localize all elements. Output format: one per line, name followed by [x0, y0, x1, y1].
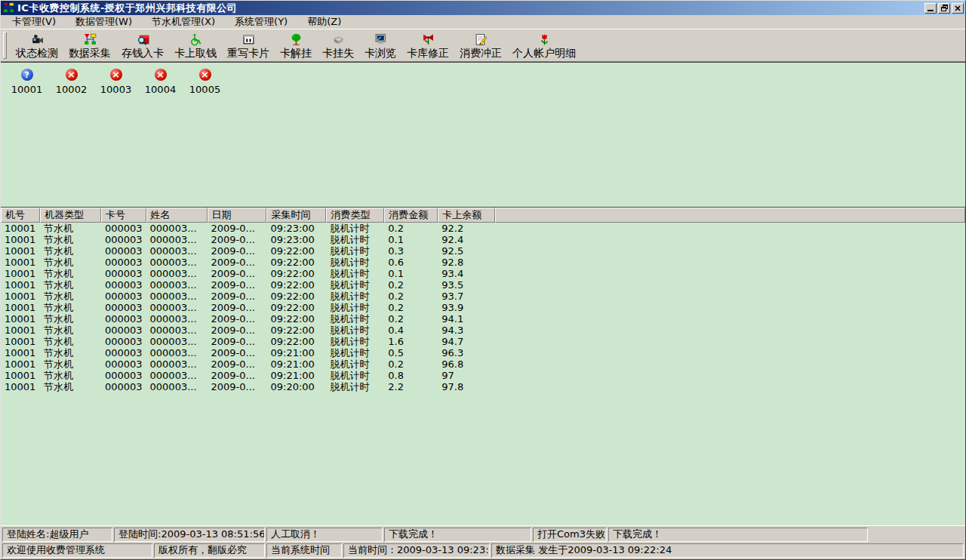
- cell-name: 000003...: [146, 358, 208, 370]
- table-row[interactable]: 10001 节水机 000003 000003... 2009-0... 09:…: [1, 268, 965, 279]
- unfreeze-card-button[interactable]: 卡解挂: [275, 30, 317, 60]
- cell-date: 2009-0...: [208, 347, 267, 358]
- table-row[interactable]: 10001 节水机 000003 000003... 2009-0... 09:…: [1, 234, 965, 245]
- cell-machine-no: 10001: [1, 257, 40, 268]
- deposit-button[interactable]: 存钱入卡: [116, 30, 169, 60]
- menu-item[interactable]: 节水机管理(X): [146, 14, 220, 29]
- fix-card-db-button[interactable]: 卡库修正: [401, 30, 454, 60]
- cell-machine-no: 10001: [1, 234, 40, 245]
- cell-date: 2009-0...: [208, 313, 267, 325]
- cell-card-no: 000003: [101, 347, 146, 358]
- column-header[interactable]: 机器类型: [40, 208, 101, 223]
- restore-icon: [941, 5, 948, 11]
- device-item[interactable]: 10003: [94, 69, 138, 95]
- device-status-icon: [110, 69, 122, 81]
- status-systime-label: 当前系统时间: [266, 543, 342, 558]
- restore-button[interactable]: [938, 3, 950, 14]
- table-row[interactable]: 10001 节水机 000003 000003... 2009-0... 09:…: [1, 325, 965, 336]
- cell-filler: [495, 223, 965, 234]
- status-com-open-fail: 打开Com3失败！: [533, 528, 607, 542]
- column-header[interactable]: 姓名: [146, 208, 208, 223]
- device-status-icon: [199, 69, 211, 81]
- cell-consume-amount: 0.5: [384, 347, 438, 358]
- menu-item[interactable]: 系统管理(Y): [229, 14, 293, 29]
- cell-card-no: 000003: [101, 279, 146, 291]
- menu-item[interactable]: 帮助(Z): [302, 14, 346, 29]
- table-row[interactable]: 10001 节水机 000003 000003... 2009-0... 09:…: [1, 381, 965, 392]
- rewrite-card-button[interactable]: 重写卡片: [222, 30, 275, 60]
- cell-machine-no: 10001: [1, 291, 40, 302]
- cell-name: 000003...: [146, 234, 208, 245]
- column-header[interactable]: 卡上余额: [438, 208, 495, 223]
- table-row[interactable]: 10001 节水机 000003 000003... 2009-0... 09:…: [1, 291, 965, 302]
- cell-collect-time: 09:22:00: [266, 268, 326, 279]
- window-title: IC卡收费控制系统-授权于郑州兴邦科技有限公司: [17, 2, 923, 15]
- column-header[interactable]: 消费类型: [326, 208, 384, 223]
- cell-machine-type: 节水机: [40, 336, 101, 347]
- status-check-button[interactable]: 状态检测: [11, 30, 63, 60]
- cell-filler: [495, 347, 965, 358]
- personal-account-detail-button[interactable]: 个人帐户明细: [507, 30, 581, 60]
- cell-collect-time: 09:21:00: [266, 358, 326, 370]
- device-item[interactable]: 10005: [183, 69, 227, 95]
- device-item[interactable]: 10001: [5, 69, 49, 95]
- cell-machine-no: 10001: [1, 279, 40, 291]
- cell-consume-amount: 1.6: [384, 336, 438, 347]
- pencil-doc-icon: [475, 33, 488, 46]
- device-id-label: 10005: [189, 84, 220, 95]
- cell-card-balance: 93.7: [438, 291, 495, 302]
- cell-filler: [495, 370, 965, 381]
- menu-item[interactable]: 卡管理(V): [7, 14, 61, 29]
- column-header[interactable]: 卡号: [101, 208, 146, 223]
- table-header-row: 机号 机器类型 卡号 姓名 日期 采集时间 消费类型 消费金额: [1, 208, 965, 223]
- cell-machine-no: 10001: [1, 313, 40, 325]
- table-row[interactable]: 10001 节水机 000003 000003... 2009-0... 09:…: [1, 223, 965, 234]
- cell-machine-type: 节水机: [40, 234, 101, 245]
- table-row[interactable]: 10001 节水机 000003 000003... 2009-0... 09:…: [1, 257, 965, 268]
- column-header[interactable]: 采集时间: [266, 208, 326, 223]
- column-header[interactable]: 机号: [1, 208, 40, 223]
- cell-consume-amount: 0.2: [384, 313, 438, 325]
- consumption-records-list: 机号 机器类型 卡号 姓名 日期 采集时间 消费类型 消费金额: [1, 207, 965, 525]
- column-header[interactable]: 日期: [208, 208, 267, 223]
- cell-machine-type: 节水机: [40, 223, 101, 234]
- close-button[interactable]: [952, 3, 964, 14]
- table-row[interactable]: 10001 节水机 000003 000003... 2009-0... 09:…: [1, 347, 965, 358]
- menu-item[interactable]: 数据管理(W): [70, 14, 137, 29]
- cell-card-balance: 93.4: [438, 268, 495, 279]
- table-row[interactable]: 10001 节水机 000003 000003... 2009-0... 09:…: [1, 370, 965, 381]
- toolbar-grip-handle[interactable]: [3, 32, 7, 59]
- cell-filler: [495, 268, 965, 279]
- reverse-consume-button[interactable]: 消费冲正: [454, 30, 507, 60]
- table-row[interactable]: 10001 节水机 000003 000003... 2009-0... 09:…: [1, 245, 965, 257]
- table-row[interactable]: 10001 节水机 000003 000003... 2009-0... 09:…: [1, 358, 965, 370]
- browse-cards-button[interactable]: 卡浏览: [359, 30, 401, 60]
- data-collect-button[interactable]: 数据采集: [63, 30, 116, 60]
- device-item[interactable]: 10002: [49, 69, 94, 95]
- cell-collect-time: 09:22:00: [266, 313, 326, 325]
- tulip-icon: [538, 33, 551, 46]
- cell-card-no: 000003: [101, 268, 146, 279]
- cell-consume-type: 脱机计时: [326, 279, 384, 291]
- table-row[interactable]: 10001 节水机 000003 000003... 2009-0... 09:…: [1, 279, 965, 291]
- table-row[interactable]: 10001 节水机 000003 000003... 2009-0... 09:…: [1, 302, 965, 313]
- minimize-button[interactable]: [924, 3, 937, 14]
- cell-name: 000003...: [146, 347, 208, 358]
- table-row[interactable]: 10001 节水机 000003 000003... 2009-0... 09:…: [1, 336, 965, 347]
- cell-collect-time: 09:23:00: [266, 223, 326, 234]
- cell-collect-time: 09:22:00: [266, 325, 326, 336]
- device-item[interactable]: 10004: [138, 69, 183, 95]
- report-loss-button[interactable]: 卡挂失: [317, 30, 359, 60]
- cell-collect-time: 09:22:00: [266, 302, 326, 313]
- withdraw-button[interactable]: 卡上取钱: [169, 30, 222, 60]
- cell-consume-amount: 0.2: [384, 279, 438, 291]
- cell-consume-type: 脱机计时: [326, 325, 384, 336]
- cell-date: 2009-0...: [208, 381, 267, 392]
- cell-consume-type: 脱机计时: [326, 370, 384, 381]
- status-row-2: 欢迎使用收费管理系统 版权所有，翻版必究 当前系统时间 当前时间：2009-03…: [2, 543, 964, 558]
- cell-machine-type: 节水机: [40, 358, 101, 370]
- table-row[interactable]: 10001 节水机 000003 000003... 2009-0... 09:…: [1, 313, 965, 325]
- cell-date: 2009-0...: [208, 279, 267, 291]
- cell-collect-time: 09:22:00: [266, 245, 326, 257]
- column-header[interactable]: 消费金额: [384, 208, 438, 223]
